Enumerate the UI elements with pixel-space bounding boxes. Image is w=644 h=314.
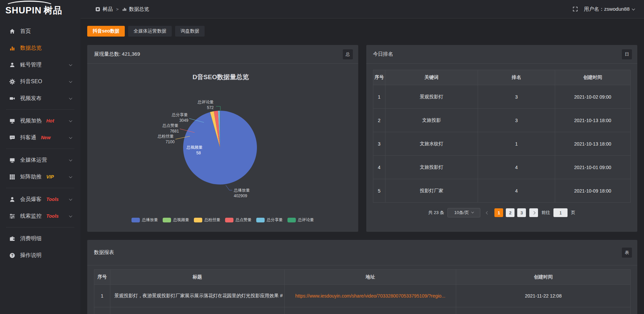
column-header: 地址 — [284, 270, 456, 285]
jump-page-input[interactable] — [553, 208, 568, 217]
legend-item[interactable]: 总分享量 — [256, 217, 283, 223]
rank-row: 4文旅投影灯42021-10-01 09:00 — [373, 156, 631, 179]
sidebar-item-label: 视频加热 — [20, 117, 42, 124]
report-title: 景观投影灯，夜游景观投影灯厂家展示展示落花灯在花园里的灯光投影应用效果 # — [110, 285, 285, 307]
monitor-icon — [9, 157, 15, 163]
tools-badge: Tools — [46, 197, 59, 202]
cell: 文旅投影 — [385, 109, 478, 132]
pagination-total: 共 23 条 — [428, 210, 444, 216]
user-menu[interactable]: 用户名：zswodun88 — [584, 6, 635, 12]
label-leader-line — [216, 106, 220, 110]
breadcrumb-current[interactable]: 数据总览 — [129, 6, 149, 12]
chevron-down-icon — [69, 96, 72, 100]
sidebar: 首页 数据总览 账号管理 抖音SEO 视频发布 视频加热 Hot 抖客通 New… — [0, 18, 80, 314]
prev-page-button[interactable] — [484, 208, 491, 217]
table-view-button[interactable]: 表 — [622, 248, 632, 258]
cell: 投影灯厂家 — [385, 179, 478, 203]
sidebar-item-media-ops[interactable]: 全媒体运营 — [0, 152, 80, 168]
breadcrumb-root[interactable]: 树品 — [103, 6, 113, 12]
column-header: 排名 — [478, 70, 555, 85]
question-circle-icon: ? — [9, 253, 15, 258]
topbar: SHUPIN树品 树品 > 数据总览 用户名：zswodun88 — [0, 0, 644, 18]
logo-text-cn: 树品 — [44, 5, 62, 15]
chevron-down-icon — [69, 158, 72, 161]
total-view-button[interactable]: 总 — [343, 49, 353, 59]
column-header: 标题 — [110, 270, 285, 285]
sidebar-item-lead-monitor[interactable]: 线索监控 Tools — [0, 208, 80, 224]
pie-label-name: 总播放量 — [233, 188, 250, 193]
cell — [94, 307, 110, 314]
username-label: 用户名：zswodun88 — [584, 6, 630, 12]
chevron-down-icon — [69, 136, 72, 139]
day-view-button[interactable]: 日 — [622, 49, 632, 59]
legend-item[interactable]: 总点赞量 — [225, 217, 252, 223]
page-button-2[interactable]: 2 — [506, 208, 515, 217]
data-tabs: 抖音seo数据 全媒体运营数据 询盘数据 — [87, 18, 637, 37]
tab-media-ops-data[interactable]: 全媒体运营数据 — [128, 26, 172, 37]
sliders-icon — [9, 213, 15, 219]
cell: 2021-10-13 18:00 — [555, 132, 631, 156]
pie-label-name: 总点赞量 — [162, 123, 178, 128]
legend-item[interactable]: 总播放量 — [131, 217, 158, 223]
sidebar-divider — [6, 188, 74, 188]
sidebar-item-account[interactable]: 账号管理 — [0, 56, 80, 73]
sidebar-item-label: 消费明细 — [20, 235, 42, 242]
sidebar-item-douyin-seo[interactable]: 抖音SEO — [0, 73, 80, 90]
legend-item[interactable]: 总视频量 — [163, 217, 189, 223]
page-button-3[interactable]: 3 — [517, 208, 526, 217]
tab-douyin-seo-data[interactable]: 抖音seo数据 — [87, 26, 125, 37]
page-button-1[interactable]: 1 — [494, 208, 503, 217]
chevron-left-icon — [486, 211, 489, 214]
bar-chart-icon — [122, 7, 127, 11]
cell: 2021-10-13 18:00 — [555, 109, 631, 132]
video-camera-icon — [9, 96, 15, 101]
sidebar-item-video-heat[interactable]: 视频加热 Hot — [0, 112, 80, 129]
legend-label: 总粉丝量 — [204, 217, 220, 223]
user-icon — [9, 62, 15, 68]
hot-badge: Hot — [46, 118, 54, 123]
page-size-select[interactable]: 10条/页 — [447, 208, 480, 217]
tab-inquiry-data[interactable]: 询盘数据 — [175, 26, 205, 37]
sidebar-item-spend-detail[interactable]: 消费明细 — [0, 230, 80, 247]
chart-panel: 展现量总数: 421,369 总 D音SEO数据量总览总播放量402909总视频… — [87, 45, 358, 232]
cell: 2021-10-01 09:00 — [555, 156, 631, 179]
cell: 4 — [373, 156, 385, 179]
sidebar-item-home[interactable]: 首页 — [0, 23, 80, 40]
impressions-total: 展现量总数: 421,369 — [94, 51, 140, 57]
cell: 2 — [373, 109, 385, 132]
member-icon — [9, 197, 15, 202]
next-page-button[interactable] — [529, 208, 538, 217]
chevron-down-icon — [632, 7, 635, 10]
sidebar-item-label: 矩阵助推 — [20, 173, 42, 180]
sidebar-item-help[interactable]: ? 操作说明 — [0, 247, 80, 264]
sidebar-divider — [6, 109, 74, 110]
new-badge: New — [41, 135, 51, 140]
chevron-right-icon — [532, 211, 535, 214]
rank-panel: 今日排名 日 序号关键词排名创建时间 1景观投影灯32021-10-02 09:… — [366, 45, 637, 232]
sidebar-item-matrix-boost[interactable]: 矩阵助推 VIP — [0, 168, 80, 185]
legend-swatch — [194, 218, 202, 222]
home-icon — [9, 29, 15, 34]
sidebar-item-member-burst[interactable]: 会员爆客 Tools — [0, 191, 80, 208]
sidebar-item-label: 操作说明 — [20, 252, 42, 259]
legend-item[interactable]: 总粉丝量 — [194, 217, 220, 223]
sidebar-item-data-overview[interactable]: 数据总览 — [0, 40, 80, 56]
report-table-wrap: 序号标题地址创建时间 1景观投影灯，夜游景观投影灯厂家展示展示落花灯在花园里的灯… — [87, 265, 637, 314]
cell: 4 — [478, 179, 555, 203]
pie-chart: D音SEO数据量总览总播放量402909总视频量58总粉丝量7100总点赞量76… — [87, 64, 358, 231]
legend-swatch — [131, 218, 140, 222]
fullscreen-icon[interactable] — [573, 6, 578, 12]
breadcrumb-separator: > — [116, 7, 119, 12]
legend-swatch — [163, 218, 171, 222]
cell: 1 — [94, 285, 110, 307]
report-link[interactable]: https://www.iesdouyin.com/share/video/70… — [284, 285, 456, 307]
legend-item[interactable]: 总评论量 — [287, 217, 314, 223]
chart-legend: 总播放量总视频量总粉丝量总点赞量总分享量总评论量 — [87, 217, 358, 223]
cell — [110, 307, 285, 314]
cell — [284, 307, 456, 314]
sidebar-item-doukr[interactable]: 抖客通 New — [0, 129, 80, 146]
chevron-down-icon — [69, 197, 72, 201]
cell: 2021-10-02 09:00 — [555, 85, 631, 109]
brand-logo[interactable]: SHUPIN树品 — [0, 0, 80, 18]
sidebar-item-video-publish[interactable]: 视频发布 — [0, 90, 80, 107]
